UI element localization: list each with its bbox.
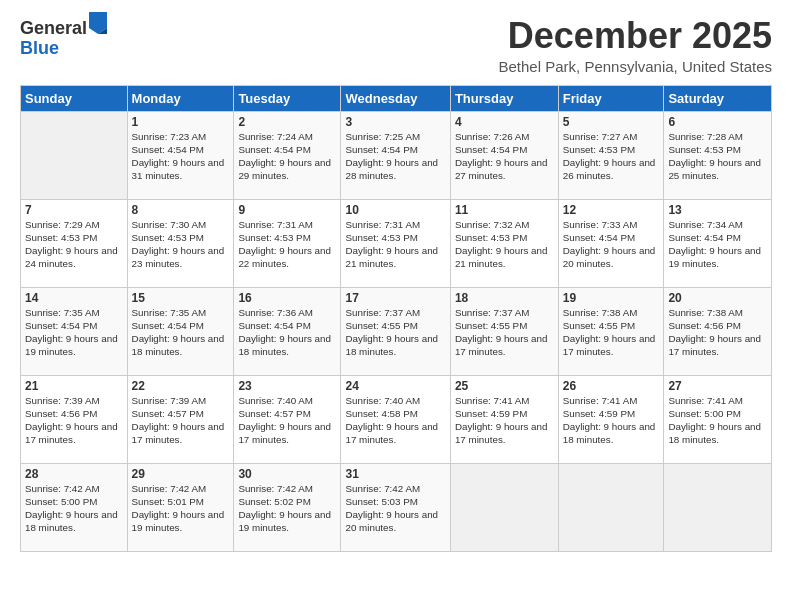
day-number: 29 [132,467,230,481]
day-info: Sunrise: 7:27 AMSunset: 4:53 PMDaylight:… [563,130,660,183]
header: General Blue December 2025 Bethel Park, … [20,16,772,75]
calendar-week-row: 14Sunrise: 7:35 AMSunset: 4:54 PMDayligh… [21,287,772,375]
day-info: Sunrise: 7:26 AMSunset: 4:54 PMDaylight:… [455,130,554,183]
logo-icon [89,12,107,34]
day-number: 8 [132,203,230,217]
calendar-cell: 17Sunrise: 7:37 AMSunset: 4:55 PMDayligh… [341,287,450,375]
calendar-cell: 10Sunrise: 7:31 AMSunset: 4:53 PMDayligh… [341,199,450,287]
calendar-cell: 3Sunrise: 7:25 AMSunset: 4:54 PMDaylight… [341,111,450,199]
calendar-cell: 13Sunrise: 7:34 AMSunset: 4:54 PMDayligh… [664,199,772,287]
day-number: 30 [238,467,336,481]
day-number: 11 [455,203,554,217]
day-number: 27 [668,379,767,393]
calendar-cell: 29Sunrise: 7:42 AMSunset: 5:01 PMDayligh… [127,463,234,551]
calendar-cell: 4Sunrise: 7:26 AMSunset: 4:54 PMDaylight… [450,111,558,199]
day-info: Sunrise: 7:35 AMSunset: 4:54 PMDaylight:… [25,306,123,359]
day-number: 18 [455,291,554,305]
day-info: Sunrise: 7:42 AMSunset: 5:02 PMDaylight:… [238,482,336,535]
calendar-cell: 31Sunrise: 7:42 AMSunset: 5:03 PMDayligh… [341,463,450,551]
calendar-cell: 28Sunrise: 7:42 AMSunset: 5:00 PMDayligh… [21,463,128,551]
day-info: Sunrise: 7:40 AMSunset: 4:58 PMDaylight:… [345,394,445,447]
day-number: 7 [25,203,123,217]
logo: General Blue [20,16,107,59]
day-info: Sunrise: 7:23 AMSunset: 4:54 PMDaylight:… [132,130,230,183]
day-info: Sunrise: 7:42 AMSunset: 5:00 PMDaylight:… [25,482,123,535]
col-saturday: Saturday [664,85,772,111]
calendar-cell: 20Sunrise: 7:38 AMSunset: 4:56 PMDayligh… [664,287,772,375]
day-number: 12 [563,203,660,217]
logo-text: General Blue [20,16,107,59]
day-number: 6 [668,115,767,129]
calendar-cell [450,463,558,551]
day-info: Sunrise: 7:37 AMSunset: 4:55 PMDaylight:… [455,306,554,359]
day-info: Sunrise: 7:39 AMSunset: 4:57 PMDaylight:… [132,394,230,447]
calendar-cell [21,111,128,199]
day-info: Sunrise: 7:30 AMSunset: 4:53 PMDaylight:… [132,218,230,271]
calendar-cell: 18Sunrise: 7:37 AMSunset: 4:55 PMDayligh… [450,287,558,375]
day-number: 10 [345,203,445,217]
calendar-cell: 6Sunrise: 7:28 AMSunset: 4:53 PMDaylight… [664,111,772,199]
day-info: Sunrise: 7:37 AMSunset: 4:55 PMDaylight:… [345,306,445,359]
day-number: 24 [345,379,445,393]
logo-general: General [20,18,87,38]
day-number: 23 [238,379,336,393]
day-number: 21 [25,379,123,393]
col-friday: Friday [558,85,664,111]
day-info: Sunrise: 7:31 AMSunset: 4:53 PMDaylight:… [238,218,336,271]
col-monday: Monday [127,85,234,111]
day-info: Sunrise: 7:42 AMSunset: 5:03 PMDaylight:… [345,482,445,535]
calendar-cell: 25Sunrise: 7:41 AMSunset: 4:59 PMDayligh… [450,375,558,463]
calendar-header-row: Sunday Monday Tuesday Wednesday Thursday… [21,85,772,111]
calendar: Sunday Monday Tuesday Wednesday Thursday… [20,85,772,552]
calendar-cell: 16Sunrise: 7:36 AMSunset: 4:54 PMDayligh… [234,287,341,375]
calendar-cell: 8Sunrise: 7:30 AMSunset: 4:53 PMDaylight… [127,199,234,287]
col-wednesday: Wednesday [341,85,450,111]
col-sunday: Sunday [21,85,128,111]
calendar-cell: 23Sunrise: 7:40 AMSunset: 4:57 PMDayligh… [234,375,341,463]
day-info: Sunrise: 7:32 AMSunset: 4:53 PMDaylight:… [455,218,554,271]
calendar-cell: 15Sunrise: 7:35 AMSunset: 4:54 PMDayligh… [127,287,234,375]
day-info: Sunrise: 7:38 AMSunset: 4:56 PMDaylight:… [668,306,767,359]
calendar-week-row: 28Sunrise: 7:42 AMSunset: 5:00 PMDayligh… [21,463,772,551]
day-info: Sunrise: 7:28 AMSunset: 4:53 PMDaylight:… [668,130,767,183]
day-number: 13 [668,203,767,217]
calendar-week-row: 21Sunrise: 7:39 AMSunset: 4:56 PMDayligh… [21,375,772,463]
calendar-cell: 24Sunrise: 7:40 AMSunset: 4:58 PMDayligh… [341,375,450,463]
day-info: Sunrise: 7:33 AMSunset: 4:54 PMDaylight:… [563,218,660,271]
calendar-cell: 26Sunrise: 7:41 AMSunset: 4:59 PMDayligh… [558,375,664,463]
day-info: Sunrise: 7:29 AMSunset: 4:53 PMDaylight:… [25,218,123,271]
day-info: Sunrise: 7:35 AMSunset: 4:54 PMDaylight:… [132,306,230,359]
logo-blue: Blue [20,38,59,58]
day-info: Sunrise: 7:39 AMSunset: 4:56 PMDaylight:… [25,394,123,447]
calendar-cell [558,463,664,551]
day-number: 2 [238,115,336,129]
calendar-cell: 21Sunrise: 7:39 AMSunset: 4:56 PMDayligh… [21,375,128,463]
day-number: 16 [238,291,336,305]
day-number: 4 [455,115,554,129]
day-number: 20 [668,291,767,305]
calendar-week-row: 1Sunrise: 7:23 AMSunset: 4:54 PMDaylight… [21,111,772,199]
day-info: Sunrise: 7:31 AMSunset: 4:53 PMDaylight:… [345,218,445,271]
day-number: 5 [563,115,660,129]
calendar-cell: 1Sunrise: 7:23 AMSunset: 4:54 PMDaylight… [127,111,234,199]
day-number: 25 [455,379,554,393]
calendar-cell: 2Sunrise: 7:24 AMSunset: 4:54 PMDaylight… [234,111,341,199]
calendar-cell: 14Sunrise: 7:35 AMSunset: 4:54 PMDayligh… [21,287,128,375]
calendar-cell: 11Sunrise: 7:32 AMSunset: 4:53 PMDayligh… [450,199,558,287]
day-number: 9 [238,203,336,217]
day-info: Sunrise: 7:38 AMSunset: 4:55 PMDaylight:… [563,306,660,359]
day-info: Sunrise: 7:41 AMSunset: 4:59 PMDaylight:… [563,394,660,447]
day-number: 31 [345,467,445,481]
calendar-cell: 5Sunrise: 7:27 AMSunset: 4:53 PMDaylight… [558,111,664,199]
col-tuesday: Tuesday [234,85,341,111]
calendar-cell [664,463,772,551]
day-number: 19 [563,291,660,305]
col-thursday: Thursday [450,85,558,111]
main-container: General Blue December 2025 Bethel Park, … [0,0,792,562]
day-number: 3 [345,115,445,129]
day-info: Sunrise: 7:40 AMSunset: 4:57 PMDaylight:… [238,394,336,447]
day-info: Sunrise: 7:41 AMSunset: 4:59 PMDaylight:… [455,394,554,447]
day-info: Sunrise: 7:42 AMSunset: 5:01 PMDaylight:… [132,482,230,535]
day-number: 28 [25,467,123,481]
day-info: Sunrise: 7:24 AMSunset: 4:54 PMDaylight:… [238,130,336,183]
